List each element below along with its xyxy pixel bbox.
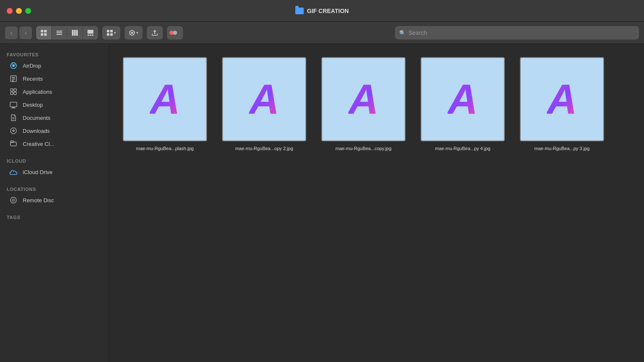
recents-icon (9, 74, 18, 83)
svg-rect-15 (110, 30, 113, 32)
svg-rect-17 (110, 33, 113, 36)
sidebar-item-icloud-drive[interactable]: iCloud Drive (3, 166, 106, 178)
sidebar: Favourites AirDrop (0, 44, 109, 362)
svg-point-40 (13, 200, 14, 201)
file-name: mae-mu-RguBea...py 4.jpg (435, 145, 490, 152)
file-grid: A mae-mu-RguBea...plash.jpg A mae-mu-Rgu… (109, 44, 644, 362)
window-title-group: GIF CREATION (295, 8, 349, 14)
file-thumbnail: A (321, 57, 405, 141)
svg-rect-34 (12, 119, 15, 119)
group-sort-group: ▾ (102, 26, 120, 40)
sidebar-item-desktop[interactable]: Desktop (3, 98, 106, 111)
maximize-button[interactable] (25, 8, 31, 14)
svg-rect-19 (173, 31, 177, 35)
sidebar-item-documents[interactable]: Documents (3, 111, 106, 124)
svg-rect-11 (87, 34, 89, 36)
file-thumbnail: A (520, 57, 604, 141)
desktop-label: Desktop (23, 102, 43, 108)
forward-button[interactable]: › (19, 26, 32, 39)
svg-rect-27 (14, 89, 16, 91)
list-icon (56, 29, 63, 36)
applications-label: Applications (23, 89, 52, 95)
icloud-drive-label: iCloud Drive (23, 169, 53, 175)
minimize-button[interactable] (16, 8, 22, 14)
sidebar-item-airdrop[interactable]: AirDrop (3, 59, 106, 72)
search-icon: 🔍 (399, 29, 406, 36)
sidebar-item-recents[interactable]: Recents (3, 72, 106, 85)
remote-disc-icon (9, 196, 18, 204)
svg-rect-16 (107, 33, 109, 36)
main-layout: Favourites AirDrop (0, 44, 644, 362)
applications-icon (9, 87, 18, 96)
desktop-icon (9, 100, 18, 109)
nav-group: ‹ › (5, 26, 32, 39)
file-name: mae-mu-RguBea...py 3.jpg (534, 145, 589, 152)
gallery-view-button[interactable] (82, 26, 98, 40)
svg-rect-32 (11, 108, 16, 108)
sidebar-item-remote-disc[interactable]: Remote Disc (3, 194, 106, 206)
file-item[interactable]: A mae-mu-RguBea...opy 2.jpg (219, 54, 310, 155)
file-item[interactable]: A mae-mu-RguBea...plash.jpg (119, 54, 210, 155)
group-chevron: ▾ (114, 31, 116, 35)
sidebar-item-creative-cloud[interactable]: Creative Cl... (3, 137, 106, 150)
svg-rect-10 (87, 30, 93, 34)
icloud-drive-icon (9, 168, 18, 176)
share-button[interactable] (147, 26, 163, 40)
svg-rect-13 (92, 34, 93, 36)
tag-button[interactable] (167, 26, 183, 40)
file-item[interactable]: A mae-mu-RguBea...copy.jpg (318, 54, 409, 155)
thumb-letter: A (348, 75, 379, 124)
file-thumbnail: A (222, 57, 306, 141)
folder-icon (295, 8, 304, 14)
file-item[interactable]: A mae-mu-RguBea...py 3.jpg (517, 54, 607, 155)
svg-rect-0 (41, 30, 43, 32)
svg-rect-28 (11, 92, 13, 95)
sidebar-item-applications[interactable]: Applications (3, 85, 106, 98)
svg-rect-1 (44, 30, 47, 32)
recents-label: Recents (23, 76, 43, 82)
creative-cloud-label: Creative Cl... (23, 141, 54, 147)
list-view-button[interactable] (51, 26, 67, 40)
svg-rect-33 (12, 117, 15, 118)
thumb-letter: A (448, 75, 478, 124)
svg-rect-37 (11, 141, 14, 143)
search-input[interactable] (395, 26, 639, 40)
svg-rect-12 (90, 34, 91, 36)
search-bar: 🔍 (395, 26, 639, 40)
locations-section-title: Locations (0, 183, 109, 193)
grid-view-button[interactable] (36, 26, 51, 40)
settings-button[interactable]: ▾ (125, 26, 143, 40)
documents-label: Documents (23, 115, 50, 121)
icloud-section-title: iCloud (0, 155, 109, 165)
sidebar-item-downloads[interactable]: Downloads (3, 124, 106, 137)
close-button[interactable] (7, 8, 13, 14)
group-icon (106, 29, 113, 36)
title-bar: GIF CREATION (0, 0, 644, 22)
file-item[interactable]: A mae-mu-RguBea...py 4.jpg (417, 54, 508, 155)
svg-rect-29 (14, 92, 16, 95)
svg-rect-25 (12, 80, 14, 81)
share-icon (151, 29, 158, 36)
svg-rect-8 (74, 30, 76, 36)
toolbar: ‹ › (0, 22, 644, 44)
downloads-label: Downloads (23, 128, 50, 134)
svg-rect-2 (41, 33, 43, 36)
svg-rect-7 (72, 30, 74, 36)
group-button[interactable]: ▾ (102, 26, 120, 40)
thumb-letter: A (150, 75, 180, 124)
svg-rect-14 (107, 30, 109, 32)
svg-rect-9 (76, 30, 78, 36)
favourites-section-title: Favourites (0, 49, 109, 59)
window-controls (7, 8, 31, 14)
file-thumbnail: A (123, 57, 207, 141)
svg-rect-23 (12, 77, 15, 78)
column-view-button[interactable] (67, 26, 82, 40)
window-title: GIF CREATION (307, 8, 349, 14)
remote-disc-label: Remote Disc (23, 197, 54, 203)
gear-icon (129, 29, 135, 36)
back-button[interactable]: ‹ (5, 26, 18, 39)
svg-rect-30 (10, 102, 17, 107)
view-mode-group (36, 26, 98, 40)
file-name: mae-mu-RguBea...opy 2.jpg (235, 145, 293, 152)
svg-rect-3 (44, 33, 47, 36)
